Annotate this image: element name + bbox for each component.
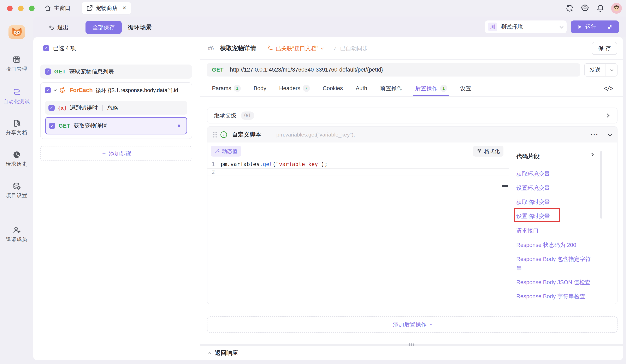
run-settings-icon[interactable]: [607, 24, 613, 30]
format-button[interactable]: 格式化: [473, 146, 504, 157]
bell-icon[interactable]: [596, 4, 605, 13]
traffic-lights[interactable]: [7, 6, 35, 11]
close-tab-icon[interactable]: ✕: [122, 5, 126, 11]
tab-pre-operations[interactable]: 前置操作: [380, 80, 402, 96]
select-all-checkbox[interactable]: ✓: [43, 45, 49, 51]
snippet-request-api[interactable]: 请求接口: [516, 226, 593, 235]
user-avatar[interactable]: [611, 3, 622, 14]
play-icon: [577, 24, 582, 30]
add-post-operation-button[interactable]: 添加后置操作: [207, 316, 618, 332]
chevron-down-icon: [559, 25, 563, 28]
sidebar-item-api-management[interactable]: 接口管理: [0, 55, 33, 72]
workspace-card: ✓ 已选 4 项 ✓ GET 获取宠物信息列表 ✓ ForEach 循环 {{$…: [33, 37, 623, 360]
custom-script-card: ✓ 自定义脚本 pm.variables.get("variable_key")…: [207, 126, 618, 304]
tab-post-operations[interactable]: 后置操作1: [415, 80, 447, 96]
drag-handle-icon[interactable]: [213, 132, 217, 137]
linked-api-doc[interactable]: 已关联“接口文档”: [267, 45, 323, 52]
minimize-window-button[interactable]: [18, 6, 24, 11]
selected-count: 已选 4 项: [53, 44, 76, 52]
snippet-response-body-string-check[interactable]: Response Body 字符串检查: [516, 292, 593, 301]
snippet-response-body-contains[interactable]: Response Body 包含指定字符串: [516, 255, 593, 273]
overview-ruler-mark: [502, 185, 508, 187]
collapse-chevron-icon[interactable]: [54, 88, 57, 91]
link-icon: [267, 45, 273, 52]
sidebar-item-request-history[interactable]: 请求历史: [0, 151, 33, 167]
undo-arrow-icon: [48, 24, 55, 31]
tab-settings[interactable]: 设置: [460, 80, 471, 96]
inherit-parent-row[interactable]: 继承父级 0/1: [207, 107, 618, 124]
save-all-button[interactable]: 全部保存: [85, 21, 122, 34]
text-cursor: [221, 169, 221, 175]
step2-checkbox[interactable]: ✓: [49, 123, 55, 129]
plus-icon: ＋: [101, 150, 107, 157]
sidebar-item-invite-members[interactable]: 邀请成员: [0, 226, 33, 243]
run-button[interactable]: 运行: [571, 21, 619, 33]
exit-button[interactable]: 退出: [48, 24, 69, 31]
sync-icon[interactable]: [565, 4, 574, 13]
snippet-get-temp-var[interactable]: 获取临时变量: [516, 198, 593, 207]
tab-cookies[interactable]: Cookies: [323, 80, 343, 96]
response-bar[interactable]: 返回响应: [200, 346, 623, 360]
tab-params[interactable]: Params1: [212, 80, 241, 96]
code-view-icon[interactable]: </>: [604, 85, 613, 91]
step-get-pet-detail-selected[interactable]: ✓ GET 获取宠物详情: [45, 117, 187, 134]
request-history-icon: [13, 151, 21, 159]
request-url: http://127.0.0.1:4523/m1/3760340-3391760…: [230, 66, 383, 73]
sidebar-item-automated-testing[interactable]: 自动化测试: [0, 88, 33, 105]
tab-headers[interactable]: Headers7: [279, 80, 310, 96]
more-actions-icon[interactable]: ···: [591, 131, 599, 138]
snippet-get-env-var[interactable]: 获取环境变量: [516, 169, 593, 178]
foreach-tag: ForEach: [70, 87, 93, 94]
on-error-value: 忽略: [107, 104, 118, 111]
project-tab-petstore[interactable]: 宠物商店 ✕: [82, 2, 131, 14]
chevron-right-icon[interactable]: [590, 153, 593, 156]
project-tab-label: 宠物商店: [95, 4, 118, 12]
method-get: GET: [212, 66, 224, 73]
sidebar-item-project-settings[interactable]: 项目设置: [0, 182, 33, 199]
tab-auth[interactable]: Auth: [356, 80, 367, 96]
dynamic-value-button[interactable]: 动态值: [211, 146, 241, 157]
script-preview: pm.variables.get("variable_key");: [276, 132, 587, 138]
save-button[interactable]: 保存: [592, 42, 617, 55]
chevron-down-icon: [430, 323, 432, 326]
custom-script-header[interactable]: ✓ 自定义脚本 pm.variables.get("variable_key")…: [207, 127, 617, 142]
foreach-expression: 循环 {{$.1.response.body.data[*].id: [96, 87, 178, 94]
run-label: 运行: [585, 23, 596, 31]
foreach-checkbox[interactable]: ✓: [45, 87, 51, 93]
sidebar-item-share-docs[interactable]: 分享文档: [0, 119, 33, 136]
chevron-up-icon: [208, 352, 211, 355]
step1-checkbox[interactable]: ✓: [45, 68, 51, 75]
add-step-button[interactable]: ＋ 添加步骤: [40, 146, 192, 161]
send-button[interactable]: 发送: [584, 63, 618, 76]
chevron-right-icon: [606, 114, 609, 117]
check-icon: ✓: [333, 45, 338, 52]
home-icon: [44, 4, 51, 12]
gear-icon[interactable]: [581, 4, 589, 13]
inherit-count-pill: 0/1: [241, 111, 254, 120]
environment-select[interactable]: 测 测试环境: [485, 21, 567, 33]
highlight-red-box: [514, 208, 560, 222]
project-logo[interactable]: [8, 25, 25, 39]
step-get-pet-list[interactable]: ✓ GET 获取宠物信息列表: [40, 65, 192, 79]
zoom-window-button[interactable]: [29, 6, 35, 11]
snippets-scrollbar[interactable]: [600, 151, 602, 219]
close-window-button[interactable]: [7, 6, 13, 11]
send-options-chevron-icon[interactable]: [606, 69, 617, 71]
enabled-check-icon[interactable]: ✓: [221, 131, 227, 138]
foreach-header[interactable]: ✓ ForEach 循环 {{$.1.response.body.data[*]…: [40, 83, 192, 98]
on-error-row[interactable]: ✓ {x} 遇到错误时 忽略: [45, 101, 187, 115]
tab-body[interactable]: Body: [254, 80, 266, 96]
snippet-set-env-var[interactable]: 设置环境变量: [516, 183, 593, 193]
url-input[interactable]: GET http://127.0.0.1:4523/m1/3760340-339…: [207, 63, 580, 76]
environment-name: 测试环境: [501, 23, 556, 31]
snippet-response-status-200[interactable]: Response 状态码为 200: [516, 240, 593, 250]
snippet-response-body-json-check[interactable]: Response Body JSON 值检查: [516, 278, 593, 287]
response-resize-handle[interactable]: [200, 344, 623, 346]
collapse-chevron-icon[interactable]: [608, 132, 612, 136]
main-window-tab[interactable]: 主窗口: [44, 4, 71, 12]
script-editor[interactable]: 动态值 格式化 1 pm.variables.get("variable_key…: [207, 142, 509, 304]
code-area[interactable]: 1 pm.variables.get("variable_key"); 2: [207, 160, 509, 304]
line-number: 1: [207, 161, 221, 167]
steps-panel: ✓ 已选 4 项 ✓ GET 获取宠物信息列表 ✓ ForEach 循环 {{$…: [33, 37, 199, 360]
on-error-checkbox[interactable]: ✓: [48, 105, 55, 111]
